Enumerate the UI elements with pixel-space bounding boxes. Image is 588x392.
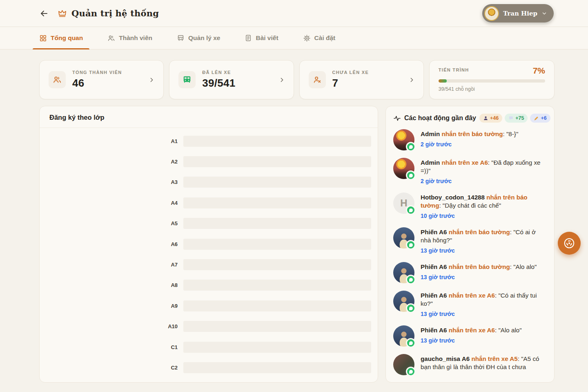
badge-count: +46 (490, 115, 499, 121)
bar-label: A6 (40, 241, 183, 247)
bar-track (183, 136, 371, 147)
bar-track (183, 197, 371, 208)
people-icon (49, 71, 66, 88)
activity-card: Các hoạt động gần đây +46 +75 +6 (385, 106, 555, 383)
chart-row: A9 (40, 296, 378, 316)
stat-label: ĐÃ LÊN XE (202, 70, 278, 75)
bar-label: A7 (40, 262, 183, 268)
activity-name: Phiến A6 (421, 292, 447, 299)
activity-content: Admin nhắn trên báo tường: "8-}" 2 giờ t… (421, 129, 518, 150)
posts-badge: +6 (530, 114, 550, 123)
activity-action: nhắn trên xe A5 (471, 355, 517, 362)
activity-name: Phiến A6 (421, 263, 447, 270)
stat-value: 46 (72, 77, 148, 90)
tab-quan-ly-xe[interactable]: Quản lý xe (174, 27, 223, 49)
chart-row: C1 (40, 337, 378, 357)
tab-thanh-vien[interactable]: Thành viên (104, 27, 156, 49)
activity-action: nhắn trên báo tường (449, 228, 510, 235)
bus-icon (177, 34, 185, 42)
chevron-right-icon[interactable] (278, 76, 285, 83)
bar-track (183, 300, 371, 311)
gear-icon (303, 34, 311, 42)
avatar-wrap (393, 325, 414, 347)
pulse-icon (393, 114, 401, 122)
members-badge: +46 (479, 114, 502, 123)
activity-time: 13 giờ trước (421, 273, 537, 281)
activity-item[interactable]: Phiến A6 nhắn trên xe A6: "Có ai thấy tu… (393, 291, 547, 318)
activity-item[interactable]: H Hotboy_codon_14288 nhắn trên báo tường… (393, 193, 547, 220)
avatar-wrap (393, 262, 414, 283)
stat-card-boarded[interactable]: ĐÃ LÊN XE 39/541 (169, 60, 294, 99)
activity-header: Các hoạt động gần đây +46 +75 +6 (386, 106, 554, 128)
chat-bubble-badge-icon (406, 275, 416, 284)
bar-track (183, 239, 371, 250)
user-menu[interactable]: Tran Hiep (482, 4, 554, 22)
main-content: Đăng ký theo lớp A1 A2 A3 A4 A5 A6 (39, 106, 555, 383)
chevron-right-icon[interactable] (408, 76, 415, 83)
activity-name: gaucho_misa A6 (421, 355, 470, 362)
activity-action: nhắn trên xe A6 (441, 159, 488, 166)
activity-message: : "Alo alo" (510, 263, 537, 270)
pencil-icon (534, 116, 539, 121)
badge-count: +6 (541, 115, 546, 121)
bar-track (183, 259, 371, 270)
bar-track (183, 321, 371, 332)
disc-icon (563, 237, 575, 249)
activity-action: nhắn trên báo tường (441, 130, 503, 137)
bar-label: C2 (40, 365, 183, 371)
activity-item[interactable]: Phiến A6 nhắn trên xe A6: "Alo alo" 13 g… (393, 325, 547, 347)
bar-track (183, 362, 371, 373)
avatar-wrap (393, 291, 414, 312)
chat-bubble-badge-icon (406, 367, 416, 376)
chart-rows: A1 A2 A3 A4 A5 A6 A7 (40, 128, 378, 378)
stat-value: 7 (332, 77, 408, 90)
page-title: Quản trị hệ thống (71, 8, 159, 18)
activity-item[interactable]: Phiến A6 nhắn trên báo tường: "Alo alo" … (393, 262, 547, 283)
stat-card-progress: TIẾN TRÌNH 7% 39/541 chỗ ngồi (429, 60, 555, 99)
activity-content: Phiến A6 nhắn trên báo tường: "Có ai ở n… (421, 227, 547, 255)
person-x-icon (309, 71, 326, 88)
bar-label: A4 (40, 200, 183, 206)
bar-label: A2 (40, 159, 183, 165)
activity-name: Admin (421, 130, 440, 137)
chat-bubble-badge-icon (406, 303, 416, 313)
activity-list[interactable]: Admin nhắn trên báo tường: "8-}" 2 giờ t… (386, 128, 554, 382)
tab-bai-viet[interactable]: Bài viết (241, 27, 281, 49)
bar-track (183, 280, 371, 291)
tab-tong-quan[interactable]: Tổng quan (36, 27, 86, 49)
activity-time: 2 giờ trước (421, 177, 547, 185)
stat-card-not-boarded[interactable]: CHƯA LÊN XE 7 (299, 60, 424, 99)
activity-name: Phiến A6 (421, 228, 447, 235)
chevron-right-icon[interactable] (148, 76, 155, 83)
tab-bar: Tổng quan Thành viên Quản lý xe Bài viết… (0, 27, 588, 49)
user-name: Tran Hiep (503, 10, 537, 17)
floating-action-button[interactable] (558, 232, 581, 255)
bar-label: A10 (40, 323, 183, 329)
chat-bubble-badge-icon (406, 142, 416, 152)
tab-cai-dat[interactable]: Cài đặt (300, 27, 339, 49)
tab-label: Bài viết (256, 34, 278, 42)
chat-bubble-badge-icon (406, 240, 416, 250)
activity-item[interactable]: Admin nhắn trên xe A6: "Đã đạp xuống xe … (393, 158, 547, 185)
activity-item[interactable]: gaucho_misa A6 nhắn trên xe A5: "A5 có b… (393, 354, 547, 375)
activity-title: Các hoạt động gần đây (404, 114, 476, 122)
back-button[interactable] (39, 9, 49, 18)
progress-bar (439, 79, 545, 83)
chat-bubble-badge-icon (406, 170, 416, 180)
grid-icon (39, 34, 47, 42)
chart-title: Đăng ký theo lớp (40, 106, 378, 128)
activity-item[interactable]: Admin nhắn trên báo tường: "8-}" 2 giờ t… (393, 129, 547, 150)
progress-percent: 7% (533, 66, 545, 76)
tab-label: Quản lý xe (188, 34, 220, 42)
app-header: Quản trị hệ thống Tran Hiep (0, 0, 588, 27)
activity-badges: +46 +75 +6 (479, 114, 550, 123)
stat-card-total-members[interactable]: TỔNG THÀNH VIÊN 46 (39, 60, 164, 99)
bar-label: A9 (40, 303, 183, 309)
bar-label: C1 (40, 344, 183, 350)
activity-item[interactable]: Phiến A6 nhắn trên báo tường: "Có ai ở n… (393, 227, 547, 255)
bar-track (183, 342, 371, 353)
bus-icon (178, 71, 196, 88)
activity-time: 2 giờ trước (421, 140, 518, 148)
activity-content: Phiến A6 nhắn trên xe A6: "Alo alo" 13 g… (421, 325, 522, 347)
chart-row: A3 (40, 172, 378, 193)
